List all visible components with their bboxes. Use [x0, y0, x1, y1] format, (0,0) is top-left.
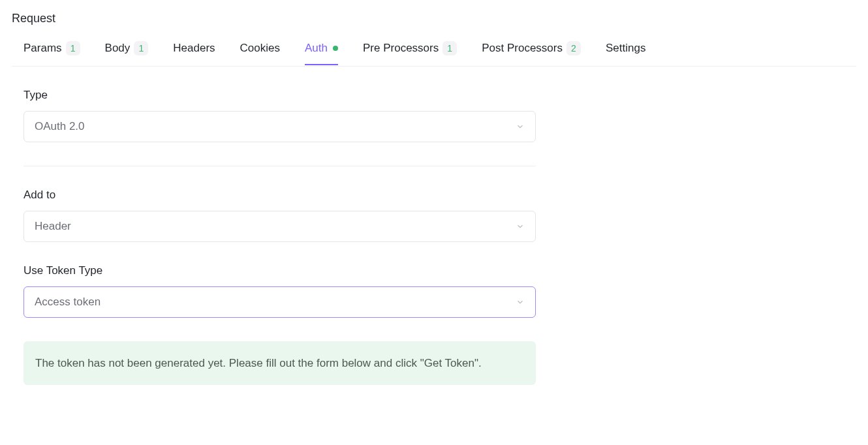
- tab-label: Params: [23, 42, 62, 55]
- tab-label: Headers: [173, 42, 215, 55]
- add-to-label: Add to: [23, 189, 536, 202]
- use-token-type-value: Access token: [35, 296, 101, 309]
- add-to-value: Header: [35, 220, 71, 233]
- token-alert: The token has not been generated yet. Pl…: [23, 341, 536, 385]
- add-to-select[interactable]: Header: [23, 211, 536, 242]
- tab-headers[interactable]: Headers: [173, 35, 215, 65]
- tab-badge: 1: [66, 41, 80, 55]
- tab-label: Body: [105, 42, 131, 55]
- use-token-type-select[interactable]: Access token: [23, 286, 536, 318]
- type-value: OAuth 2.0: [35, 120, 85, 133]
- tab-post-processors[interactable]: Post Processors 2: [482, 35, 581, 66]
- tab-badge: 1: [442, 41, 457, 55]
- status-dot-icon: [333, 46, 338, 51]
- chevron-down-icon: [516, 222, 525, 231]
- tab-label: Post Processors: [482, 42, 563, 55]
- tab-label: Settings: [606, 42, 645, 55]
- tab-body[interactable]: Body 1: [105, 35, 149, 66]
- divider: [23, 166, 536, 166]
- tab-cookies[interactable]: Cookies: [240, 35, 280, 65]
- use-token-type-label: Use Token Type: [23, 264, 536, 277]
- tab-params[interactable]: Params 1: [23, 35, 80, 66]
- tab-pre-processors[interactable]: Pre Processors 1: [363, 35, 457, 66]
- tabs-bar: Params 1 Body 1 Headers Cookies Auth Pre…: [12, 35, 856, 67]
- tab-badge: 2: [566, 41, 581, 55]
- type-label: Type: [23, 89, 536, 102]
- tab-label: Auth: [305, 42, 328, 55]
- tab-label: Cookies: [240, 42, 280, 55]
- chevron-down-icon: [516, 298, 525, 307]
- tab-label: Pre Processors: [363, 42, 439, 55]
- auth-panel: Type OAuth 2.0 Add to Header Use Token T…: [12, 67, 536, 385]
- tab-badge: 1: [134, 41, 148, 55]
- section-title: Request: [12, 12, 856, 25]
- tab-auth[interactable]: Auth: [305, 35, 338, 65]
- chevron-down-icon: [516, 122, 525, 131]
- tab-settings[interactable]: Settings: [606, 35, 645, 65]
- type-select[interactable]: OAuth 2.0: [23, 111, 536, 142]
